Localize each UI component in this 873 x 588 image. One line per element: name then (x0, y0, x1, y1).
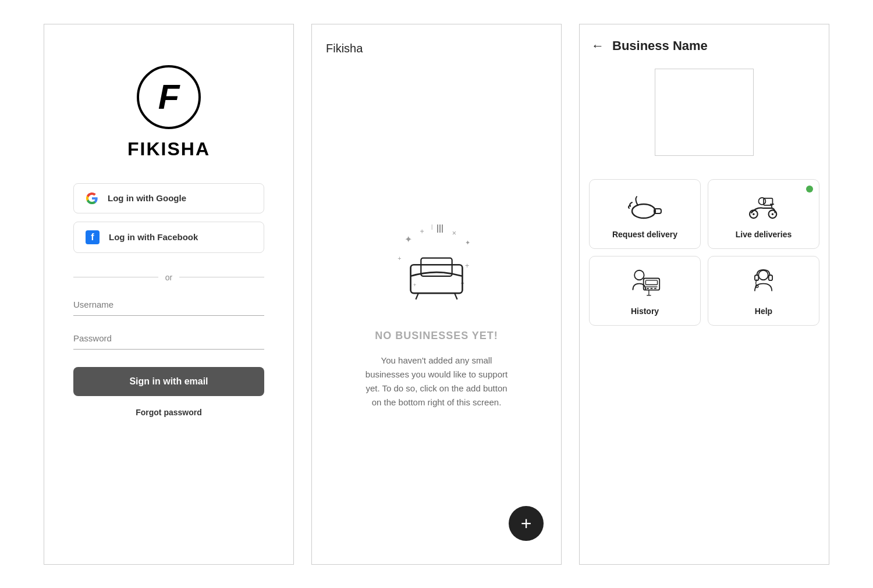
online-status-dot (806, 186, 813, 193)
business-header: ← Business Name (580, 24, 829, 63)
svg-line-13 (455, 293, 457, 300)
svg-text:|||: ||| (436, 223, 443, 232)
empty-content-area: ✦ + | ||| × ✦ + + + ✦ (326, 65, 547, 547)
google-login-button[interactable]: Log in with Google (73, 183, 264, 213)
app-name-header: Fikisha (326, 42, 547, 65)
help-card[interactable]: Help (708, 256, 819, 326)
svg-text:×: × (452, 229, 456, 237)
history-label: History (631, 307, 659, 316)
business-name-title: Business Name (612, 38, 708, 54)
svg-point-23 (753, 213, 754, 215)
svg-rect-27 (645, 280, 657, 284)
request-delivery-label: Request delivery (612, 230, 677, 239)
login-screen: F FIKISHA Log in with Google f Log in wi… (44, 24, 294, 565)
empty-description: You haven't added any small businesses y… (361, 354, 512, 409)
logo-letter: F (158, 80, 180, 115)
password-input[interactable] (73, 327, 264, 350)
facebook-login-label: Log in with Facebook (109, 232, 198, 242)
or-text: or (165, 273, 172, 282)
whistle-icon (627, 194, 662, 223)
svg-point-14 (632, 204, 655, 218)
history-card[interactable]: History (589, 256, 701, 326)
facebook-icon: f (86, 230, 100, 244)
forgot-password-link[interactable]: Forgot password (136, 408, 202, 417)
svg-text:+: + (420, 227, 424, 235)
google-login-label: Log in with Google (108, 193, 186, 203)
svg-rect-10 (411, 265, 463, 293)
live-deliveries-card[interactable]: Live deliveries (708, 179, 819, 249)
business-detail-screen: ← Business Name (579, 24, 829, 565)
fab-plus-icon: + (521, 514, 532, 533)
svg-text:|: | (431, 224, 432, 230)
facebook-login-button[interactable]: f Log in with Facebook (73, 222, 264, 253)
brand-name: FIKISHA (127, 138, 210, 160)
svg-text:✦: ✦ (465, 239, 470, 246)
scooter-icon (746, 194, 781, 223)
svg-rect-36 (769, 275, 772, 280)
help-label: Help (755, 307, 772, 316)
svg-rect-30 (651, 288, 653, 289)
logo-circle: F (137, 65, 201, 129)
request-delivery-card[interactable]: Request delivery (589, 179, 701, 249)
svg-point-25 (634, 270, 644, 280)
username-input[interactable] (73, 294, 264, 316)
business-image (655, 69, 754, 156)
svg-point-34 (758, 270, 768, 280)
or-divider: or (73, 273, 264, 282)
svg-point-18 (758, 198, 765, 205)
cashier-icon (627, 270, 662, 300)
actions-grid: Request delivery (580, 179, 829, 326)
live-deliveries-label: Live deliveries (736, 230, 792, 239)
svg-point-24 (772, 213, 773, 215)
add-business-fab[interactable]: + (509, 506, 544, 541)
svg-text:+: + (413, 281, 416, 287)
empty-inbox-icon: ✦ + | ||| × ✦ + + + ✦ (384, 219, 489, 312)
headset-icon (746, 270, 781, 300)
svg-rect-31 (654, 288, 656, 289)
empty-title: NO BUSINESSES YET! (375, 330, 498, 342)
svg-text:+: + (398, 255, 401, 262)
svg-rect-29 (647, 288, 649, 289)
svg-text:+: + (465, 262, 469, 270)
empty-businesses-screen: Fikisha ✦ + | ||| × ✦ + + + ✦ (311, 24, 562, 565)
back-button[interactable]: ← (591, 38, 604, 54)
google-icon (86, 192, 98, 205)
svg-line-12 (416, 293, 418, 300)
sign-in-button[interactable]: Sign in with email (73, 367, 264, 396)
svg-text:✦: ✦ (404, 234, 412, 244)
sign-in-label: Sign in with email (129, 376, 208, 386)
